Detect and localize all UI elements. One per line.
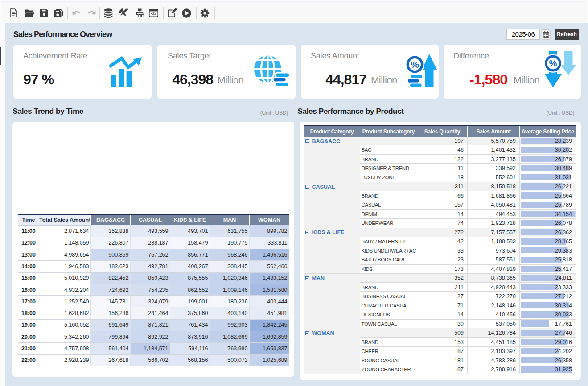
svg-text:%: % bbox=[411, 59, 419, 70]
svg-text:</>: </> bbox=[151, 12, 156, 16]
svg-text:%: % bbox=[549, 58, 557, 68]
